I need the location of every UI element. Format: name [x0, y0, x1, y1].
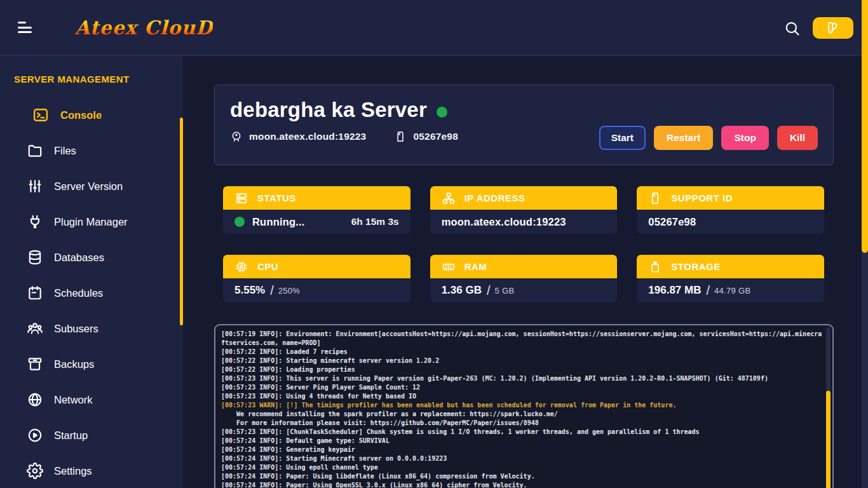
support-id-value: 05267e98 — [648, 216, 696, 228]
storage-card-title: STORAGE — [671, 261, 720, 272]
console-line: We recommend installing the spark profil… — [221, 410, 824, 419]
cpu-used: 5.55% — [234, 284, 265, 297]
cpu-chip-icon — [234, 260, 248, 274]
database-icon — [27, 249, 43, 266]
console-line: [00:57:23 INFO]: [ChunkTaskScheduler] Ch… — [221, 428, 824, 437]
tag-icon — [394, 130, 407, 143]
console-scrollbar[interactable] — [826, 391, 831, 488]
storage-card: STORAGE 196.87 MB / 44.79 GB — [637, 255, 824, 302]
slash-separator: / — [707, 283, 710, 298]
console-panel[interactable]: [00:57:19 INFO]: Environment: Environmen… — [214, 324, 834, 488]
sliders-icon — [27, 178, 43, 194]
sidebar-item-label: Network — [54, 394, 93, 406]
users-icon — [27, 320, 43, 337]
support-id-card-title: SUPPORT ID — [671, 193, 733, 203]
restart-button[interactable]: Restart — [654, 126, 713, 150]
console-line: [00:57:22 INFO]: Loaded 7 recipes — [221, 348, 824, 356]
server-support-id: 05267e98 — [413, 131, 458, 142]
network-hub-icon — [442, 191, 456, 205]
sidebar-item-label: Plugin Manager — [54, 216, 128, 228]
sidebar-item-label: Backups — [54, 358, 94, 370]
console-line: For more information please visit: https… — [221, 419, 824, 428]
status-card-title: STATUS — [257, 193, 296, 203]
sidebar-item-plugin-manager[interactable]: Plugin Manager — [0, 204, 183, 240]
sidebar-item-label: Startup — [54, 430, 88, 442]
sidebar-item-databases[interactable]: Databases — [0, 240, 183, 275]
ram-card-body: 1.36 GB / 5 GB — [430, 278, 618, 302]
sidebar-item-console[interactable]: Console — [0, 97, 183, 133]
storage-total: 44.79 GB — [714, 286, 750, 295]
storage-card-body: 196.87 MB / 44.79 GB — [637, 278, 824, 302]
ram-used: 1.36 GB — [442, 284, 482, 297]
archive-icon — [27, 356, 43, 372]
ram-card: RAM 1.36 GB / 5 GB — [430, 255, 618, 302]
cpu-card-title: CPU — [257, 261, 278, 272]
sidebar-item-server-version[interactable]: Server Version — [0, 168, 183, 204]
uptime-value: 6h 15m 3s — [351, 216, 399, 227]
console-line: [00:57:22 INFO]: Starting minecraft serv… — [221, 356, 824, 365]
brand-logo: Ateex ClouD — [75, 15, 213, 41]
folder-icon — [27, 142, 43, 159]
start-button[interactable]: Start — [599, 126, 646, 150]
console-line: [00:57:23 INFO]: Server Ping Player Samp… — [221, 383, 824, 392]
running-status-dot — [234, 217, 245, 227]
storage-drive-icon — [648, 260, 662, 274]
status-card-header: STATUS — [223, 186, 410, 210]
console-line: [00:57:23 INFO]: Using 4 threads for Net… — [221, 392, 824, 401]
page-scrollbar[interactable] — [862, 0, 868, 253]
slash-separator: / — [270, 283, 274, 298]
ip-value: moon.ateex.cloud:19223 — [442, 216, 566, 228]
sidebar-item-schedules[interactable]: Schedules — [0, 275, 183, 311]
console-line: [00:57:24 INFO]: Paper: Using OpenSSL 3.… — [221, 481, 824, 488]
console-log: [00:57:19 INFO]: Environment: Environmen… — [221, 330, 824, 488]
theme-palette-icon — [826, 21, 840, 35]
console-line: [00:57:24 INFO]: Using epoll channel typ… — [221, 463, 824, 472]
sidebar-item-settings[interactable]: Settings — [0, 453, 183, 488]
status-card: STATUS Running... 6h 15m 3s — [223, 186, 410, 234]
kill-button[interactable]: Kill — [777, 126, 818, 150]
sidebar-item-label: Server Version — [54, 180, 123, 193]
page-scrollbar-track — [862, 0, 868, 488]
sidebar-scrollbar[interactable] — [180, 118, 183, 325]
stat-cards: STATUS Running... 6h 15m 3s IP ADDRESS m… — [223, 186, 824, 302]
cpu-total: 250% — [278, 286, 300, 295]
sidebar-item-subusers[interactable]: Subusers — [0, 311, 183, 346]
theme-toggle-button[interactable] — [813, 17, 853, 39]
online-status-dot — [437, 107, 447, 118]
storage-card-header: STORAGE — [637, 255, 824, 278]
cpu-card-body: 5.55% / 250% — [223, 278, 410, 302]
status-card-body: Running... 6h 15m 3s — [223, 210, 410, 234]
search-icon[interactable] — [784, 20, 801, 37]
sidebar-item-startup[interactable]: Startup — [0, 417, 183, 453]
console-scrollbar-track — [826, 327, 831, 488]
slash-separator: / — [487, 283, 491, 298]
server-address: moon.ateex.cloud:19223 — [249, 131, 366, 142]
console-line: [00:57:24 INFO]: Generating keypair — [221, 445, 824, 454]
server-stack-icon — [234, 191, 248, 205]
support-id-card: SUPPORT ID 05267e98 — [637, 186, 824, 234]
ip-card-header: IP ADDRESS — [430, 186, 618, 210]
hamburger-menu-icon[interactable] — [18, 22, 34, 34]
sidebar-nav: ConsoleFilesServer VersionPlugin Manager… — [0, 97, 183, 488]
console-line: [00:57:23 INFO]: This server is running … — [221, 374, 824, 383]
sidebar-item-files[interactable]: Files — [0, 133, 183, 168]
sidebar-heading: SERVER MANAGEMENT — [14, 74, 183, 85]
terminal-icon — [32, 106, 50, 124]
sidebar-item-label: Schedules — [54, 287, 103, 299]
storage-used: 196.87 MB — [648, 284, 701, 297]
play-circle-icon — [27, 427, 43, 444]
cpu-card-header: CPU — [223, 255, 410, 278]
server-header-panel: debargha ka Server moon.ateex.cloud:1922… — [214, 85, 834, 165]
status-value: Running... — [252, 216, 305, 228]
sidebar-item-network[interactable]: Network — [0, 382, 183, 417]
globe-icon — [27, 391, 43, 408]
stop-button[interactable]: Stop — [721, 126, 768, 150]
sidebar: SERVER MANAGEMENT ConsoleFilesServer Ver… — [0, 56, 183, 488]
console-line: [00:57:19 INFO]: Environment: Environmen… — [221, 330, 824, 348]
sidebar-item-label: Subusers — [54, 323, 98, 335]
server-name: debargha ka Server — [230, 98, 427, 122]
power-actions: Start Restart Stop Kill — [599, 126, 818, 150]
sidebar-item-backups[interactable]: Backups — [0, 346, 183, 382]
gear-icon — [27, 463, 43, 479]
cpu-card: CPU 5.55% / 250% — [223, 255, 410, 302]
